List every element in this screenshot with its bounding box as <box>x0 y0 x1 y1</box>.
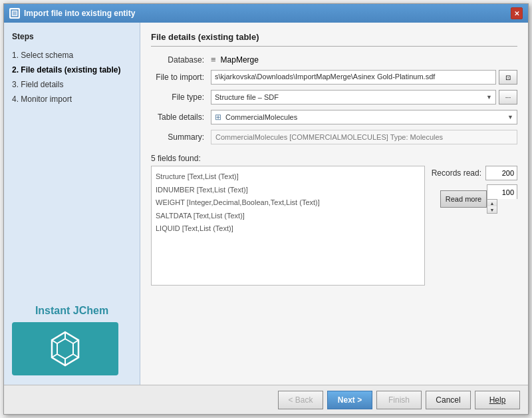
options-icon: ··· <box>505 94 511 101</box>
records-read-input[interactable] <box>485 166 517 180</box>
field-item: IDNUMBER [Text,List (Text)] <box>156 184 420 197</box>
brand-logo <box>12 322 118 375</box>
close-button[interactable]: ✕ <box>511 7 523 19</box>
sidebar-branding: Instant JChem <box>12 305 132 375</box>
sidebar-title: Steps <box>12 32 132 41</box>
field-item: WEIGHT [Integer,Decimal,Boolean,Text,Lis… <box>156 196 420 210</box>
fields-found-label: 5 fields found: <box>151 154 517 163</box>
field-item: SALTDATA [Text,List (Text)] <box>156 210 420 223</box>
table-details-label: Table details: <box>151 112 211 122</box>
svg-marker-5 <box>57 339 73 359</box>
table-details-row: Table details: ⊞ CommercialMolecules ▼ <box>151 110 517 124</box>
file-type-options-button[interactable]: ··· <box>499 90 517 104</box>
file-import-value: s\kjarkovska\Downloads\ImportMapMerge\As… <box>211 70 517 85</box>
fields-section: 5 fields found: Structure [Text,List (Te… <box>151 154 517 286</box>
field-item: LIQUID [Text,List (Text)] <box>156 222 420 236</box>
dialog: Import file into existing entity ✕ Steps… <box>3 3 529 415</box>
step-1: 1. Select schema <box>12 48 132 63</box>
read-more-row: Read more ▲ ▼ <box>440 184 517 214</box>
table-chevron-down-icon: ▼ <box>507 114 513 120</box>
database-icon: ≡ <box>211 55 216 65</box>
file-type-value: Structure file – SDF ▼ ··· <box>211 90 517 104</box>
file-type-select[interactable]: Structure file – SDF ▼ <box>211 90 496 104</box>
file-import-row: File to import: s\kjarkovska\Downloads\I… <box>151 70 517 85</box>
spinner-down-button[interactable]: ▼ <box>487 206 497 213</box>
step-4: 4. Monitor import <box>12 92 132 106</box>
finish-button[interactable]: Finish <box>376 391 422 409</box>
summary-value: CommercialMolecules [COMMERCIALMOLECULES… <box>211 130 517 144</box>
footer: < Back Next > Finish Cancel Help <box>4 385 528 414</box>
database-label: Database: <box>151 55 211 65</box>
dialog-icon <box>9 8 20 19</box>
field-item: Structure [Text,List (Text)] <box>156 170 420 184</box>
file-type-row: File type: Structure file – SDF ▼ ··· <box>151 90 517 104</box>
records-read-label: Records read: <box>432 168 481 178</box>
chevron-down-icon: ▼ <box>486 94 492 101</box>
file-import-input[interactable]: s\kjarkovska\Downloads\ImportMapMerge\As… <box>211 70 496 85</box>
spinner-up-button[interactable]: ▲ <box>487 200 497 206</box>
summary-row: Summary: CommercialMolecules [COMMERCIAL… <box>151 130 517 144</box>
help-label: Help <box>489 395 506 405</box>
back-button[interactable]: < Back <box>278 391 323 409</box>
database-name: MapMerge <box>221 55 259 65</box>
fields-list: Structure [Text,List (Text)]IDNUMBER [Te… <box>151 166 425 286</box>
read-more-button[interactable]: Read more <box>440 190 487 208</box>
database-row: Database: ≡ MapMerge <box>151 55 517 65</box>
fields-content-row: Structure [Text,List (Text)]IDNUMBER [Te… <box>151 166 517 286</box>
brand-text: Instant JChem <box>12 305 132 317</box>
browse-button[interactable]: ⊡ <box>499 70 517 85</box>
browse-icon: ⊡ <box>505 74 511 81</box>
main-content: Steps 1. Select schema 2. File details (… <box>4 23 528 385</box>
table-details-text: CommercialMolecules <box>225 113 297 121</box>
help-button[interactable]: Help <box>475 391 520 409</box>
records-per-read-control: ▲ ▼ <box>487 184 517 214</box>
title-bar: Import file into existing entity ✕ <box>4 4 528 23</box>
table-details-value: ⊞ CommercialMolecules ▼ <box>211 110 517 124</box>
file-import-label: File to import: <box>151 73 211 82</box>
records-read-row: Records read: <box>432 166 517 180</box>
step-3: 3. Field details <box>12 77 132 92</box>
summary-text: CommercialMolecules [COMMERCIALMOLECULES… <box>211 130 517 144</box>
next-button[interactable]: Next > <box>327 391 372 409</box>
dialog-title: Import file into existing entity <box>24 9 135 18</box>
file-type-text: Structure file – SDF <box>215 93 279 101</box>
right-panel: File details (existing table) Database: … <box>140 23 528 385</box>
table-details-select[interactable]: ⊞ CommercialMolecules ▼ <box>211 110 517 124</box>
fields-controls: Records read: Read more ▲ ▼ <box>432 166 517 214</box>
database-value: ≡ MapMerge <box>211 55 517 65</box>
panel-title: File details (existing table) <box>151 32 517 47</box>
title-bar-left: Import file into existing entity <box>9 8 135 19</box>
cancel-button[interactable]: Cancel <box>426 391 471 409</box>
file-type-label: File type: <box>151 93 211 102</box>
steps-list: 1. Select schema 2. File details (existi… <box>12 48 132 106</box>
grid-icon: ⊞ <box>215 112 221 122</box>
step-2: 2. File details (existing table) <box>12 63 132 77</box>
summary-label: Summary: <box>151 132 211 142</box>
spinner: ▲ ▼ <box>487 199 497 214</box>
sidebar: Steps 1. Select schema 2. File details (… <box>4 23 140 385</box>
records-per-read-input[interactable] <box>487 184 517 199</box>
